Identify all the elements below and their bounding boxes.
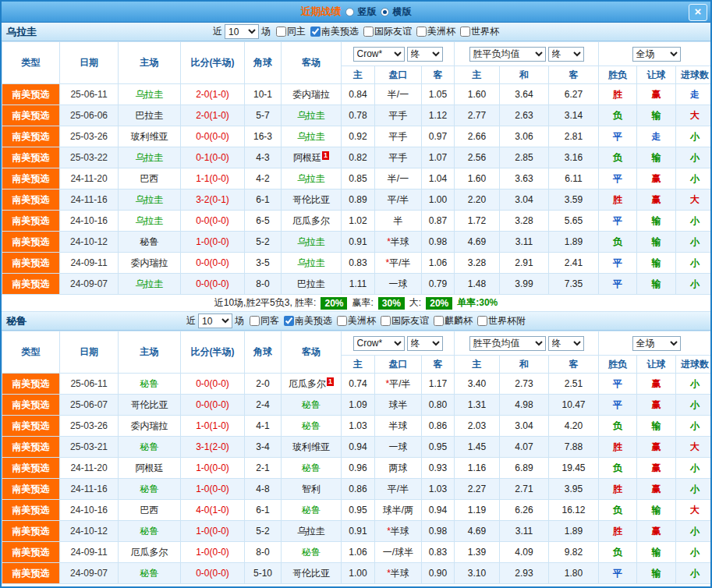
euro-odds-select[interactable]: 胜平负均值 <box>469 47 546 62</box>
league-type-cell[interactable]: 南美预选 <box>2 458 60 479</box>
home-team-cell[interactable]: 乌拉圭 <box>119 147 181 168</box>
match-count-select[interactable]: 10 <box>225 24 259 39</box>
home-team-cell[interactable]: 巴西 <box>119 500 181 521</box>
away-team-cell[interactable]: 哥伦比亚 <box>282 563 342 584</box>
away-team-cell[interactable]: 乌拉圭 <box>282 168 342 190</box>
home-team-cell[interactable]: 厄瓜多尔 <box>119 542 181 563</box>
home-team-cell[interactable]: 秘鲁 <box>119 374 181 395</box>
home-team-cell[interactable]: 巴拉圭 <box>119 105 181 126</box>
radio-vertical-layout[interactable] <box>345 8 354 16</box>
checkbox-input[interactable] <box>434 316 444 326</box>
checkbox-input[interactable] <box>460 27 470 37</box>
odds-final-select[interactable]: 终 <box>407 336 443 351</box>
euro-final-select[interactable]: 终 <box>548 47 584 62</box>
home-team-cell[interactable]: 委内瑞拉 <box>119 416 181 437</box>
home-team-cell[interactable]: 秘鲁 <box>119 563 181 584</box>
checkbox-input[interactable] <box>381 316 391 326</box>
odds-company-select[interactable]: Crow* <box>353 47 405 62</box>
league-type-cell[interactable]: 南美预选 <box>2 374 60 395</box>
home-team-cell[interactable]: 委内瑞拉 <box>119 253 181 274</box>
home-team-cell[interactable]: 乌拉圭 <box>119 211 181 232</box>
away-team-cell[interactable]: 玻利维亚 <box>282 437 342 458</box>
checkbox-input[interactable] <box>416 27 427 37</box>
home-team-cell[interactable]: 玻利维亚 <box>119 126 181 147</box>
filter-checkbox[interactable]: 同主 <box>276 25 306 38</box>
away-team-cell[interactable]: 厄瓜多尔 <box>282 211 342 232</box>
away-team-cell[interactable]: 秘鲁 <box>282 416 342 437</box>
checkbox-input[interactable] <box>363 27 374 37</box>
radio-horizontal-layout[interactable] <box>381 8 389 16</box>
league-type-cell[interactable]: 南美预选 <box>2 521 60 542</box>
away-team-cell[interactable]: 乌拉圭 <box>282 232 342 253</box>
match-count-select[interactable]: 10 <box>198 313 232 328</box>
euro-odds-select[interactable]: 胜平负均值 <box>469 336 546 351</box>
league-type-cell[interactable]: 南美预选 <box>2 563 60 584</box>
away-team-cell[interactable]: 智利 <box>282 479 342 500</box>
home-team-cell[interactable]: 秘鲁 <box>119 521 181 542</box>
league-type-cell[interactable]: 南美预选 <box>2 84 60 105</box>
away-team-cell[interactable]: 哥伦比亚 <box>282 190 342 211</box>
checkbox-input[interactable] <box>337 316 347 326</box>
fulltime-select[interactable]: 全场 <box>632 47 681 62</box>
euro-final-select[interactable]: 终 <box>548 336 584 351</box>
home-team-cell[interactable]: 乌拉圭 <box>119 274 181 295</box>
filter-checkbox[interactable]: 世界杯附 <box>477 314 526 328</box>
filter-checkbox[interactable]: 世界杯 <box>460 25 499 38</box>
checkbox-input[interactable] <box>310 27 321 37</box>
league-type-cell[interactable]: 南美预选 <box>2 500 60 521</box>
filter-checkbox[interactable]: 国际友谊 <box>363 25 412 38</box>
filter-checkbox[interactable]: 同客 <box>250 314 279 328</box>
away-team-cell[interactable]: 秘鲁 <box>282 542 342 563</box>
filter-checkbox[interactable]: 南美预选 <box>310 25 359 38</box>
away-team-cell[interactable]: 委内瑞拉 <box>282 84 342 105</box>
league-type-cell[interactable]: 南美预选 <box>2 274 60 295</box>
league-type-cell[interactable]: 南美预选 <box>2 542 60 563</box>
away-team-cell[interactable]: 乌拉圭 <box>282 253 342 274</box>
away-team-cell[interactable]: 秘鲁 <box>282 458 342 479</box>
away-team-cell[interactable]: 厄瓜多尔1 <box>282 374 342 395</box>
away-team-cell[interactable]: 乌拉圭 <box>282 105 342 126</box>
away-team-cell[interactable]: 秘鲁 <box>282 395 342 416</box>
home-team-cell[interactable]: 乌拉圭 <box>119 190 181 211</box>
home-team-cell[interactable]: 乌拉圭 <box>119 84 181 105</box>
away-team-cell[interactable]: 秘鲁 <box>282 500 342 521</box>
league-type-cell[interactable]: 南美预选 <box>2 416 60 437</box>
away-team-cell[interactable]: 巴拉圭 <box>282 274 342 295</box>
league-type-cell[interactable]: 南美预选 <box>2 105 60 126</box>
league-type-cell[interactable]: 南美预选 <box>2 211 60 232</box>
league-type-cell[interactable]: 南美预选 <box>2 479 60 500</box>
checkbox-input[interactable] <box>250 316 260 326</box>
checkbox-input[interactable] <box>284 316 294 326</box>
league-type-cell[interactable]: 南美预选 <box>2 126 60 147</box>
league-type-cell[interactable]: 南美预选 <box>2 232 60 253</box>
filter-checkbox[interactable]: 麒麟杯 <box>434 314 473 328</box>
home-team-cell[interactable]: 哥伦比亚 <box>119 395 181 416</box>
odds-final-select[interactable]: 终 <box>407 47 443 62</box>
league-type-cell[interactable]: 南美预选 <box>2 253 60 274</box>
filter-checkbox[interactable]: 国际友谊 <box>381 314 429 328</box>
away-team-cell[interactable]: 阿根廷1 <box>282 147 342 168</box>
match-row: 南美预选24-10-12秘鲁1-0(0-0)5-2乌拉圭0.91*半球0.984… <box>2 232 712 253</box>
radio-horizontal-label[interactable]: 横版 <box>393 5 412 19</box>
filter-checkbox[interactable]: 美洲杯 <box>337 314 376 328</box>
home-team-cell[interactable]: 秘鲁 <box>119 479 181 500</box>
odds-company-select[interactable]: Crow* <box>353 336 405 351</box>
checkbox-input[interactable] <box>477 316 487 326</box>
fulltime-select[interactable]: 全场 <box>632 336 681 351</box>
close-button[interactable]: × <box>689 4 707 21</box>
league-type-cell[interactable]: 南美预选 <box>2 168 60 190</box>
radio-vertical-label[interactable]: 竖版 <box>358 5 377 19</box>
league-type-cell[interactable]: 南美预选 <box>2 437 60 458</box>
league-type-cell[interactable]: 南美预选 <box>2 147 60 168</box>
away-team-cell[interactable]: 乌拉圭 <box>282 521 342 542</box>
home-team-cell[interactable]: 秘鲁 <box>119 232 181 253</box>
home-team-cell[interactable]: 秘鲁 <box>119 437 181 458</box>
league-type-cell[interactable]: 南美预选 <box>2 395 60 416</box>
home-team-cell[interactable]: 阿根廷 <box>119 458 181 479</box>
filter-checkbox[interactable]: 美洲杯 <box>416 25 455 38</box>
filter-checkbox[interactable]: 南美预选 <box>284 314 332 328</box>
away-team-cell[interactable]: 乌拉圭 <box>282 126 342 147</box>
league-type-cell[interactable]: 南美预选 <box>2 190 60 211</box>
checkbox-input[interactable] <box>276 27 286 37</box>
home-team-cell[interactable]: 巴西 <box>119 168 181 190</box>
